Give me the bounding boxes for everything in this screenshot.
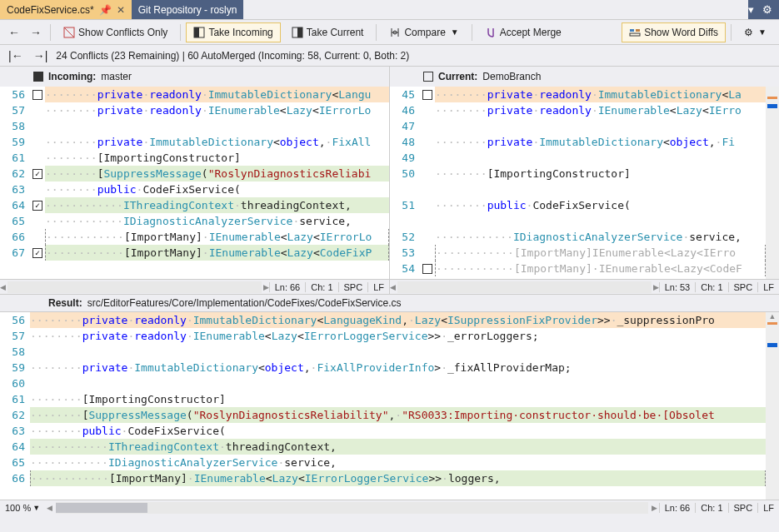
horizontal-scrollbar[interactable]: ◀▶ [390,281,659,293]
select-all-current-checkbox[interactable] [423,72,433,82]
code-line[interactable]: 64✓············IThreadingContext·threadi… [0,197,389,213]
overview-ruler[interactable] [766,87,779,279]
line-checkbox[interactable]: ✓ [32,169,42,179]
tab-git-repository[interactable]: Git Repository - roslyn [132,0,244,19]
code-line[interactable]: 61········[ImportingConstructor] [0,150,389,166]
code-line[interactable]: 63········public·CodeFixService( [0,181,389,197]
line-number: 49 [390,150,420,166]
code-line[interactable]: 66············[ImportMany]·IEnumerable<L… [0,229,389,245]
code-line[interactable]: 59········private·ImmutableDictionary<ob… [0,134,389,150]
code-line[interactable]: 48········private·ImmutableDictionary<ob… [390,134,766,150]
line-checkbox[interactable] [422,90,432,100]
line-number: 56 [0,312,30,328]
current-status: ◀▶ Ln: 53 Ch: 1 SPC LF [390,279,779,294]
incoming-code[interactable]: 56········private·readonly·ImmutableDict… [0,87,389,279]
svg-rect-3 [194,27,199,37]
tab-label: Git Repository - roslyn [138,4,237,16]
code-line[interactable]: 59········private·ImmutableDictionary<ob… [0,360,766,375]
code-line[interactable]: 54············[ImportMany]·IEnumerable<L… [390,261,766,276]
zoom-level[interactable]: 100 %▼ [0,503,45,513]
code-line[interactable]: 45········private·readonly·ImmutableDict… [390,87,766,102]
line-number: 45 [390,87,420,102]
diff-panes: Incoming: master 56········private·reado… [0,67,779,294]
code-line[interactable] [390,181,766,197]
code-line[interactable]: 62········[SuppressMessage("RoslynDiagno… [0,407,766,423]
code-line[interactable]: 47 [390,118,766,134]
line-number: 65 [0,213,30,229]
take-incoming-icon [193,27,205,38]
line-number: 59 [0,360,30,375]
code-line[interactable]: 58 [0,344,766,360]
code-line[interactable]: 57········private·readonly·IEnumerable<L… [0,102,389,118]
take-current-button[interactable]: Take Current [284,22,372,42]
code-line[interactable]: 56········private·readonly·ImmutableDict… [0,312,766,328]
code-line[interactable]: 50········[ImportingConstructor] [390,166,766,181]
code-line[interactable]: 67✓············[ImportMany]·IEnumerable<… [0,245,389,261]
accept-merge-button[interactable]: Accept Merge [477,22,569,42]
code-line[interactable]: 65············IDiagnosticAnalyzerService… [0,213,389,229]
code-line[interactable]: 66············[ImportMany]·IEnumerable<L… [0,470,766,486]
line-number: 59 [0,134,30,150]
code-line[interactable]: 51········public·CodeFixService( [390,197,766,213]
settings-gear-icon[interactable]: ⚙ [762,3,772,16]
line-number: 52 [390,229,420,245]
code-line[interactable] [390,213,766,229]
incoming-label: Incoming: [48,71,96,82]
take-current-icon [292,27,303,38]
code-line[interactable]: 61········[ImportingConstructor] [0,391,766,407]
horizontal-scrollbar[interactable]: ◀▶ [0,281,269,293]
svg-rect-7 [630,29,634,32]
code-line[interactable]: 57········private·readonly·IEnumerable<L… [0,328,766,344]
code-line[interactable]: 46········private·readonly·IEnumerable<L… [390,102,766,118]
line-checkbox[interactable] [422,264,432,274]
vertical-scrollbar[interactable]: ▲ [766,312,779,500]
compare-button[interactable]: Compare ▼ [382,22,466,42]
code-line[interactable]: 64············IThreadingContext·threadin… [0,439,766,455]
show-word-diffs-button[interactable]: Show Word Diffs [622,22,726,42]
show-conflicts-only-button[interactable]: Show Conflicts Only [56,22,175,42]
line-checkbox[interactable]: ✓ [32,248,42,258]
close-icon[interactable]: ✕ [117,4,125,16]
current-header: Current: DemoBranch [390,67,779,87]
code-line[interactable]: 56········private·readonly·ImmutableDict… [0,87,389,102]
code-line[interactable]: 63········public·CodeFixService( [0,423,766,439]
line-number: 62 [0,407,30,423]
line-number: 64 [0,439,30,455]
dropdown-icon[interactable]: ▾ [748,3,754,16]
incoming-pane: Incoming: master 56········private·reado… [0,67,390,294]
nav-back-icon[interactable]: ← [5,26,23,39]
code-line[interactable]: 65············IDiagnosticAnalyzerService… [0,455,766,470]
result-pane: 56········private·readonly·ImmutableDict… [0,312,779,500]
take-incoming-button[interactable]: Take Incoming [186,22,280,42]
line-number: 51 [390,197,420,213]
line-number: 57 [0,102,30,118]
nav-forward-icon[interactable]: → [27,26,45,39]
code-line[interactable]: 53············[ImportMany]IEnumerable<La… [390,245,766,261]
line-number: 56 [0,87,30,102]
next-conflict-icon[interactable]: →| [32,49,50,62]
result-label: Result: [48,297,82,309]
tab-codefixservice[interactable]: CodeFixService.cs* 📌 ✕ [0,0,132,19]
current-code[interactable]: 45········private·readonly·ImmutableDict… [390,87,766,279]
first-conflict-icon[interactable]: |← [7,49,25,62]
code-line[interactable]: 62✓········[SuppressMessage("RoslynDiagn… [0,166,389,181]
svg-rect-8 [636,29,640,32]
code-line[interactable]: 52············IDiagnosticAnalyzerService… [390,229,766,245]
result-code[interactable]: 56········private·readonly·ImmutableDict… [0,312,766,500]
pin-icon[interactable]: 📌 [99,4,112,16]
line-number: 63 [0,423,30,439]
code-line[interactable]: 58 [0,118,389,134]
incoming-status: ◀▶ Ln: 66 Ch: 1 SPC LF [0,279,389,294]
select-all-incoming-checkbox[interactable] [33,72,43,82]
line-checkbox[interactable] [32,90,42,100]
svg-rect-9 [630,33,640,36]
gear-icon: ⚙ [744,27,753,38]
dropdown-arrow-icon: ▼ [451,27,459,37]
line-number: 63 [0,181,30,197]
settings-button[interactable]: ⚙ ▼ [737,22,774,42]
code-line[interactable]: 49 [390,150,766,166]
line-number: 48 [390,134,420,150]
code-line[interactable]: 60 [0,375,766,391]
horizontal-scrollbar[interactable] [56,502,648,514]
line-checkbox[interactable]: ✓ [32,201,42,211]
